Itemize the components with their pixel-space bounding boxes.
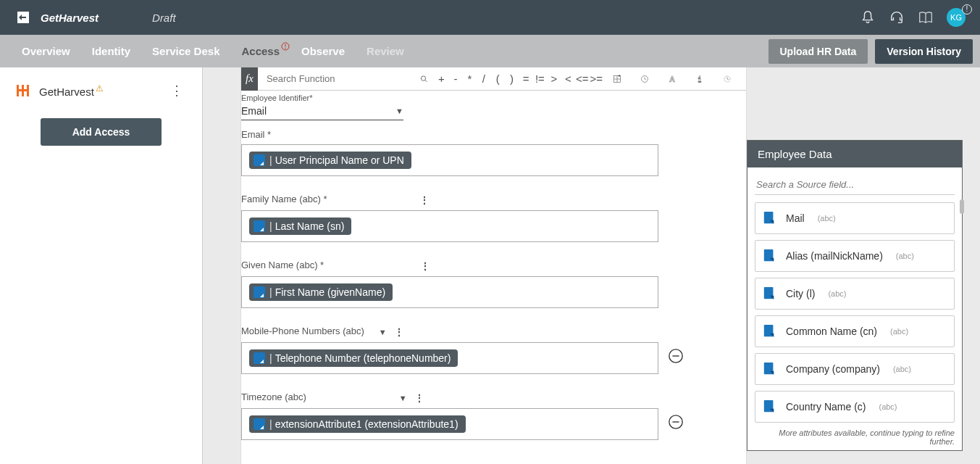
op-gte[interactable]: >= (590, 67, 603, 91)
chevron-down-icon[interactable]: ▼ (399, 394, 407, 402)
font-icon[interactable] (668, 71, 677, 87)
info-icon[interactable] (695, 71, 704, 87)
sidebar-app-item[interactable]: GetHarvest⚠ ⋮ (0, 78, 202, 104)
source-field-icon (763, 361, 776, 377)
op-divide[interactable]: / (477, 67, 490, 91)
source-item-label: Company (company) (786, 363, 880, 375)
mobile-chip[interactable]: | Telephone Number (telephoneNumber) (249, 349, 458, 367)
chevron-down-icon[interactable]: ▼ (379, 328, 387, 336)
op-equals[interactable]: = (519, 67, 532, 91)
search-icon[interactable] (420, 72, 428, 86)
tab-access-label: Access (241, 45, 280, 57)
back-icon[interactable] (14, 9, 32, 26)
source-item-label: Common Name (cn) (786, 326, 877, 337)
tab-identity[interactable]: Identity (92, 45, 130, 57)
source-item-cn[interactable]: Common Name (cn) (abc) (755, 315, 955, 347)
main-content: fx + - * / ( ) = != > < <= >= (203, 67, 980, 464)
op-lt[interactable]: < (562, 67, 574, 91)
source-field-icon (254, 154, 265, 166)
remove-icon[interactable] (667, 413, 684, 431)
form-body: Employee Identifier* Email ▼ Email * | (241, 91, 746, 464)
op-lte[interactable]: <= (576, 67, 589, 91)
harvest-logo-icon (14, 82, 32, 99)
tz-chip[interactable]: | extensionAttribute1 (extensionAttribut… (249, 415, 466, 433)
employee-data-panel: Employee Data Mail (abc) Alias (mailNick… (747, 140, 963, 464)
family-input[interactable]: | Last Name (sn) (241, 210, 658, 242)
tz-input[interactable]: | extensionAttribute1 (extensionAttribut… (241, 408, 658, 440)
email-chip[interactable]: | User Principal Name or UPN (249, 152, 411, 169)
app-header: GetHarvest Draft KG ! (0, 0, 980, 35)
source-item-type: (abc) (828, 289, 846, 298)
emp-id-value: Email (241, 105, 267, 117)
main-layout: GetHarvest⚠ ⋮ Add Access fx + - * / ( ) … (0, 67, 980, 464)
employee-data-header: Employee Data (747, 141, 962, 167)
mobile-input[interactable]: | Telephone Number (telephoneNumber) (241, 342, 658, 374)
sidebar-app-label: GetHarvest⚠ (39, 83, 166, 98)
source-item-mail[interactable]: Mail (abc) (755, 202, 955, 234)
upload-hr-data-button[interactable]: Upload HR Data (768, 39, 868, 64)
source-item-label: Alias (mailNickName) (786, 250, 883, 262)
svg-rect-20 (698, 81, 701, 82)
op-plus[interactable]: + (435, 67, 448, 91)
field-menu-icon[interactable]: ⋮ (420, 260, 430, 272)
family-chip-label: Last Name (sn) (275, 220, 345, 232)
header-status: Draft (152, 12, 176, 24)
tab-bar: Overview Identity Service Desk Access Ob… (0, 35, 980, 67)
user-avatar[interactable]: KG ! (947, 8, 966, 27)
field-menu-icon[interactable]: ⋮ (419, 194, 430, 206)
field-employee-identifier: Employee Identifier* Email ▼ (241, 94, 690, 129)
op-gt[interactable]: > (548, 67, 560, 91)
given-chip[interactable]: | First Name (givenName) (249, 283, 393, 301)
emp-id-select[interactable]: Email ▼ (241, 102, 403, 120)
field-menu-icon[interactable]: ⋮ (394, 326, 404, 338)
clock-icon[interactable] (640, 71, 649, 87)
version-history-button[interactable]: Version History (875, 39, 973, 64)
field-mobile: Mobile-Phone Numbers (abc) ▼ ⋮ | Telepho… (241, 326, 690, 392)
grid-icon[interactable] (613, 71, 621, 87)
tab-review: Review (367, 45, 404, 57)
tab-service-desk[interactable]: Service Desk (152, 45, 219, 57)
source-item-type: (abc) (896, 252, 914, 260)
avatar-alert-badge: ! (962, 4, 972, 14)
tab-access[interactable]: Access (241, 45, 280, 57)
gear-clock-icon[interactable] (723, 71, 732, 87)
formula-bar: fx + - * / ( ) = != > < <= >= (241, 67, 746, 91)
field-menu-icon[interactable]: ⋮ (414, 392, 424, 404)
scrollbar-thumb[interactable] (960, 199, 964, 214)
op-multiply[interactable]: * (464, 67, 476, 91)
op-minus[interactable]: - (449, 67, 461, 91)
kebab-menu-icon[interactable]: ⋮ (166, 83, 188, 99)
email-input[interactable]: | User Principal Name or UPN (241, 144, 658, 176)
source-field-icon (254, 286, 265, 298)
op-not-equals[interactable]: != (534, 67, 546, 91)
svg-point-17 (699, 75, 700, 77)
source-item-type: (abc) (890, 327, 908, 336)
source-field-search-input[interactable] (755, 175, 955, 195)
warning-icon (281, 42, 290, 53)
bell-icon[interactable] (860, 9, 876, 25)
source-item-type: (abc) (893, 365, 911, 373)
book-icon[interactable] (918, 9, 934, 25)
tab-observe[interactable]: Observe (301, 45, 345, 57)
svg-rect-6 (17, 89, 29, 91)
add-access-button[interactable]: Add Access (41, 118, 162, 146)
source-item-country[interactable]: Country Name (c) (abc) (755, 391, 955, 423)
given-input[interactable]: | First Name (givenName) (241, 276, 658, 308)
op-close-paren[interactable]: ) (506, 67, 518, 91)
chevron-down-icon: ▼ (395, 107, 403, 115)
more-attributes-hint: More attributes available, continue typi… (747, 426, 962, 450)
family-chip[interactable]: | Last Name (sn) (249, 218, 351, 235)
svg-point-2 (285, 48, 286, 49)
field-given-name: Given Name (abc) * ⋮ | First Name (given… (241, 260, 690, 326)
search-function-input[interactable] (259, 68, 419, 90)
op-open-paren[interactable]: ( (491, 67, 503, 91)
remove-icon[interactable] (667, 347, 684, 365)
tab-overview[interactable]: Overview (22, 45, 70, 57)
source-item-city[interactable]: City (l) (abc) (755, 278, 955, 310)
headset-icon[interactable] (889, 9, 905, 25)
source-item-company[interactable]: Company (company) (abc) (755, 353, 955, 385)
form-area: fx + - * / ( ) = != > < <= >= (240, 67, 747, 464)
source-item-alias[interactable]: Alias (mailNickName) (abc) (755, 240, 955, 272)
mobile-chip-label: Telephone Number (telephoneNumber) (275, 352, 451, 364)
source-field-icon (763, 210, 776, 226)
